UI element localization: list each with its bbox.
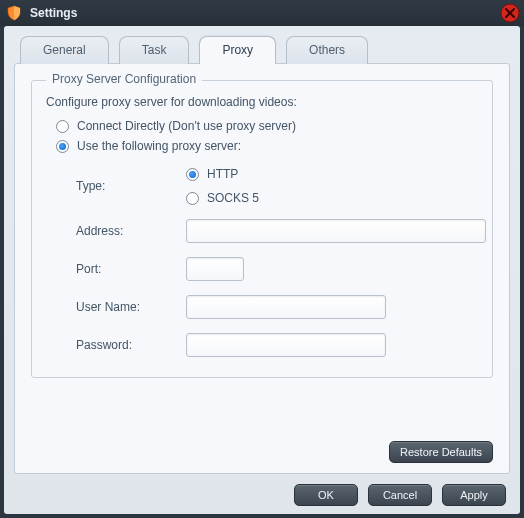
app-shield-icon <box>6 5 22 21</box>
window-body: General Task Proxy Others Proxy Server C… <box>4 26 520 514</box>
address-label: Address: <box>76 224 186 238</box>
dialog-buttons: OK Cancel Apply <box>14 474 510 506</box>
tab-task[interactable]: Task <box>119 36 190 64</box>
apply-button[interactable]: Apply <box>442 484 506 506</box>
close-icon[interactable] <box>500 3 520 23</box>
port-input[interactable] <box>186 257 244 281</box>
cancel-button[interactable]: Cancel <box>368 484 432 506</box>
proxy-legend: Proxy Server Configuration <box>46 72 202 86</box>
username-label: User Name: <box>76 300 186 314</box>
type-options: HTTP SOCKS 5 <box>186 167 486 205</box>
proxy-fieldset: Proxy Server Configuration Configure pro… <box>31 80 493 378</box>
radio-icon <box>186 168 199 181</box>
titlebar: Settings <box>0 0 524 26</box>
tab-general[interactable]: General <box>20 36 109 64</box>
username-input[interactable] <box>186 295 386 319</box>
address-input[interactable] <box>186 219 486 243</box>
mode-use-label: Use the following proxy server: <box>77 139 241 153</box>
mode-direct-option[interactable]: Connect Directly (Don't use proxy server… <box>56 119 478 133</box>
tab-proxy[interactable]: Proxy <box>199 36 276 64</box>
radio-icon <box>56 140 69 153</box>
restore-defaults-button[interactable]: Restore Defaults <box>389 441 493 463</box>
type-label: Type: <box>76 179 186 193</box>
type-socks5-option[interactable]: SOCKS 5 <box>186 191 486 205</box>
type-http-option[interactable]: HTTP <box>186 167 486 181</box>
panel-footer: Restore Defaults <box>31 433 493 463</box>
radio-icon <box>186 192 199 205</box>
type-socks5-label: SOCKS 5 <box>207 191 259 205</box>
mode-direct-label: Connect Directly (Don't use proxy server… <box>77 119 296 133</box>
tabs: General Task Proxy Others <box>14 36 510 64</box>
mode-use-option[interactable]: Use the following proxy server: <box>56 139 478 153</box>
proxy-form: Type: HTTP SOCKS 5 Address: Port: User N… <box>46 167 478 357</box>
tab-others[interactable]: Others <box>286 36 368 64</box>
proxy-description: Configure proxy server for downloading v… <box>46 95 478 109</box>
radio-icon <box>56 120 69 133</box>
window-title: Settings <box>30 6 77 20</box>
password-input[interactable] <box>186 333 386 357</box>
ok-button[interactable]: OK <box>294 484 358 506</box>
proxy-panel: Proxy Server Configuration Configure pro… <box>14 63 510 474</box>
type-http-label: HTTP <box>207 167 238 181</box>
port-label: Port: <box>76 262 186 276</box>
password-label: Password: <box>76 338 186 352</box>
